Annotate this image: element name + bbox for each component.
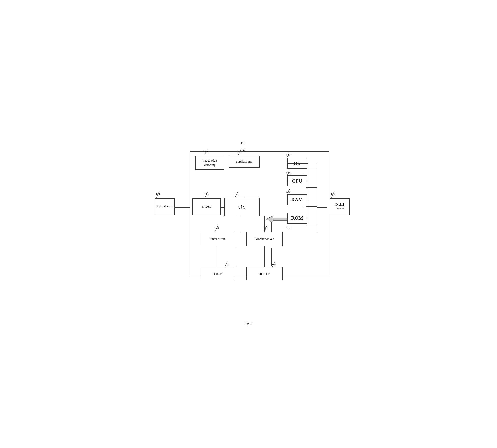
hd-box: HD [287, 158, 307, 169]
ram-box: RAM [287, 194, 307, 205]
applications-box: applications [229, 156, 259, 168]
cpu-box: CPU [287, 176, 307, 187]
os-box: OS [224, 197, 259, 216]
svg-line-19 [243, 150, 244, 151]
figure-label: Fig. 1 [149, 321, 348, 325]
ref-106: 106 [272, 263, 276, 266]
diagram: 110 applications 101 image edge detectin… [149, 129, 348, 319]
ref-110-top: 110 [241, 141, 245, 145]
digital-device-box: Digital device [330, 198, 350, 215]
monitor-box: monitor [246, 267, 283, 280]
ref-107: 107 [286, 153, 291, 157]
monitor-driver-box: Monitor driver [246, 232, 283, 246]
image-edge-box: image edge detecting [195, 156, 224, 170]
ref-114: 114 [204, 150, 208, 153]
ref-102: 102 [234, 193, 239, 196]
svg-line-20 [244, 150, 245, 151]
rom-box: ROM [287, 212, 307, 224]
ref-112: 112 [156, 192, 160, 195]
ref-113: 113 [204, 192, 208, 196]
ref-111: 111 [331, 192, 335, 195]
printer-driver-box: Printer driver [200, 232, 234, 246]
ref-109: 109 [286, 190, 291, 193]
ref-108: 108 [286, 172, 291, 175]
ref-104: 104 [263, 226, 268, 230]
ref-101: 101 [238, 150, 242, 153]
ref-110-rom: 110 [286, 226, 290, 229]
printer-box: printer [200, 267, 234, 280]
drivers-box: drivers [192, 198, 221, 215]
input-device-box: Input device [155, 198, 174, 215]
ref-105: 105 [224, 263, 229, 266]
ref-103: 103 [214, 226, 219, 230]
